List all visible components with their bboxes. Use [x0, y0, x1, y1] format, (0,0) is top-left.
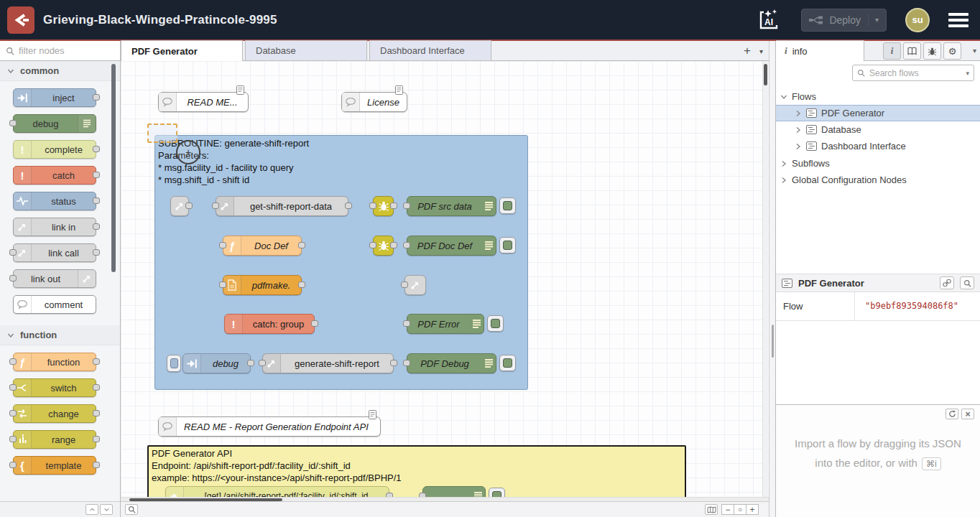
inject-button[interactable]	[167, 355, 181, 372]
node-generate-shift-report[interactable]: generate-shift-report	[262, 353, 394, 373]
input-port[interactable]	[369, 202, 376, 209]
output-port[interactable]	[390, 202, 397, 209]
tree-item-flows[interactable]: Flows	[776, 88, 980, 105]
palette-category-common[interactable]: common	[0, 61, 120, 81]
input-port[interactable]	[9, 249, 17, 256]
tree-item-global-config[interactable]: Global Configuration Nodes	[776, 172, 980, 188]
detail-search-button[interactable]	[960, 276, 974, 289]
palette-node-switch[interactable]: switch	[13, 378, 96, 397]
canvas-horizontal-scrollbar[interactable]	[121, 497, 769, 501]
palette-node-link-in[interactable]: link in	[13, 218, 96, 236]
palette-node-change[interactable]: change	[13, 404, 96, 423]
tree-item-pdf-generator[interactable]: PDF Generator	[776, 105, 980, 121]
input-port[interactable]	[403, 360, 410, 366]
output-port[interactable]	[390, 242, 397, 248]
output-port[interactable]	[93, 410, 100, 416]
output-port[interactable]	[345, 202, 352, 209]
sidebar-tool-config-button[interactable]: ⚙	[943, 42, 961, 60]
node-get-shift-report-data[interactable]: get-shift-report-data	[216, 196, 348, 216]
output-port[interactable]	[93, 223, 100, 230]
input-port[interactable]	[403, 202, 410, 209]
output-port[interactable]	[93, 146, 100, 152]
input-port[interactable]	[219, 242, 226, 248]
output-port[interactable]	[311, 320, 318, 327]
palette-node-comment[interactable]: comment	[13, 295, 96, 314]
tree-item-subflows[interactable]: Subflows	[776, 155, 980, 172]
output-port[interactable]	[93, 436, 100, 442]
main-menu-icon[interactable]	[948, 13, 969, 27]
sidebar-splitter[interactable]	[769, 41, 776, 517]
palette-expand-all-button[interactable]	[100, 504, 113, 515]
node-pdf-error[interactable]: PDF Error	[407, 314, 484, 334]
palette-scrollbar[interactable]	[111, 64, 116, 272]
input-port[interactable]	[9, 275, 17, 281]
input-port[interactable]	[9, 120, 17, 126]
input-port[interactable]	[9, 436, 17, 442]
ai-assistant-button[interactable]: AI	[757, 9, 781, 32]
palette-collapse-all-button[interactable]	[85, 504, 98, 515]
canvas-search-button[interactable]	[125, 504, 138, 515]
chevron-right-icon[interactable]	[780, 177, 787, 184]
sidebar-menu-caret-icon[interactable]: ▾	[973, 47, 976, 55]
chevron-right-icon[interactable]	[780, 160, 787, 167]
search-flows-caret-icon[interactable]: ▾	[966, 70, 969, 77]
input-port[interactable]	[403, 242, 410, 248]
canvas-vertical-scrollbar[interactable]	[762, 61, 767, 501]
input-port[interactable]	[9, 462, 17, 468]
input-port[interactable]	[219, 281, 226, 288]
input-port[interactable]	[9, 410, 17, 416]
search-flows-input[interactable]: Search flows ▾	[852, 65, 974, 81]
palette-node-range[interactable]: range	[13, 430, 96, 449]
output-port[interactable]	[93, 172, 100, 178]
sidebar-tab-info[interactable]: i info	[776, 40, 864, 61]
debug-toggle-button[interactable]	[499, 197, 516, 214]
palette-filter-input[interactable]: filter nodes	[0, 41, 120, 61]
palette-node-template[interactable]: { template	[13, 456, 96, 475]
node-catch-group[interactable]: ! catch: group	[224, 314, 315, 334]
input-port[interactable]	[369, 242, 376, 248]
minimap-button[interactable]	[705, 504, 718, 515]
close-icon[interactable]: ×	[961, 409, 974, 419]
chevron-right-icon[interactable]	[795, 110, 802, 117]
user-avatar[interactable]: su	[905, 8, 930, 32]
debug-toggle-button[interactable]	[499, 237, 516, 253]
debug-toggle-button[interactable]	[499, 355, 516, 371]
tab-database[interactable]: Database	[245, 40, 367, 60]
input-port[interactable]	[401, 281, 408, 288]
output-port[interactable]	[298, 281, 305, 288]
input-port[interactable]	[212, 202, 219, 209]
output-port[interactable]	[247, 360, 254, 366]
tree-item-database[interactable]: Database	[776, 121, 980, 138]
node-pdfmake[interactable]: pdfmake.	[223, 275, 302, 295]
chevron-down-icon[interactable]	[780, 93, 787, 101]
node-link-out[interactable]	[405, 275, 426, 295]
output-port[interactable]	[93, 358, 100, 365]
subroutine-group[interactable]	[154, 135, 528, 390]
node-doc-def[interactable]: ƒ Doc Def	[223, 236, 302, 256]
sidebar-tool-help-button[interactable]	[903, 42, 921, 60]
node-debug-junction-1[interactable]	[373, 196, 394, 216]
palette-node-function[interactable]: ƒ function	[13, 353, 96, 371]
comment-node-license[interactable]: License	[341, 92, 407, 112]
palette-node-catch[interactable]: ! catch	[13, 166, 96, 185]
tab-dashboard-interface[interactable]: Dashboard Interface	[369, 40, 491, 60]
chevron-right-icon[interactable]	[795, 143, 802, 150]
zoom-out-button[interactable]: −	[721, 504, 734, 515]
comment-node-readme-endpoint[interactable]: READ ME - Report Generation Endpoint API	[158, 416, 381, 437]
zoom-reset-button[interactable]: ○	[734, 504, 746, 515]
node-debug-junction-2[interactable]	[373, 236, 394, 256]
node-pdf-debug[interactable]: PDF Debug	[407, 353, 496, 373]
deploy-caret-icon[interactable]: ▾	[868, 14, 879, 27]
output-port[interactable]	[93, 94, 100, 101]
palette-node-inject[interactable]: inject	[13, 88, 96, 107]
tree-item-dashboard-interface[interactable]: Dashboard Interface	[776, 138, 980, 154]
app-logo-icon[interactable]	[7, 6, 34, 34]
output-port[interactable]	[93, 197, 100, 204]
palette-node-link-out[interactable]: link out	[13, 269, 96, 288]
output-port[interactable]	[390, 360, 397, 366]
node-debug-inject[interactable]: debug	[182, 353, 251, 373]
copy-link-button[interactable]	[940, 276, 954, 289]
input-port[interactable]	[9, 358, 17, 365]
palette-node-debug[interactable]: debug	[13, 114, 96, 133]
node-pdf-src-data[interactable]: PDF src data	[407, 196, 496, 216]
